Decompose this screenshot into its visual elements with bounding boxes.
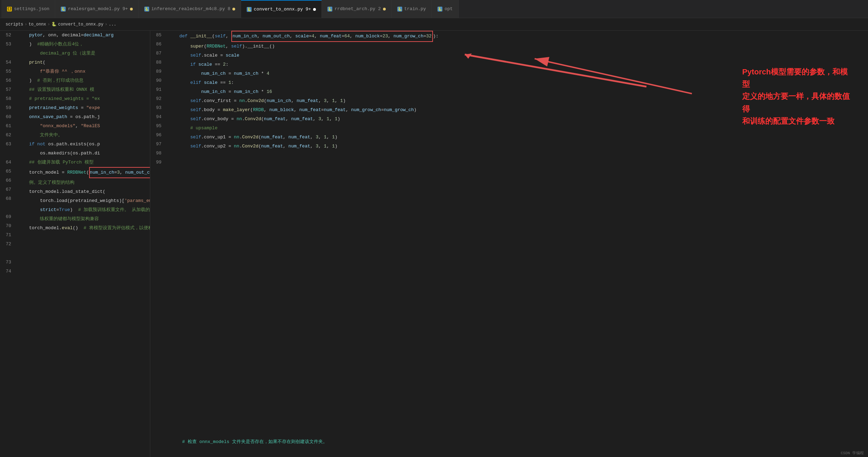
py-icon-inference: 🐍 bbox=[144, 7, 149, 12]
py-icon-convert: 🐍 bbox=[247, 7, 252, 12]
tab-settings[interactable]: {} settings.json bbox=[1, 0, 55, 18]
breadcrumb-ellipsis: ... bbox=[109, 22, 116, 27]
breadcrumb-sep3: › bbox=[105, 22, 107, 27]
editor-right[interactable]: Pytorch模型需要的参数，和模型定义的地方要一样，具体的数值得和训练的配置文… bbox=[150, 31, 868, 457]
left-code-area: 52 53 · 54 55 56 57 58 59 60 61 62 63 · … bbox=[0, 31, 150, 457]
right-line-numbers: 85 86 87 88 89 90 91 92 93 94 95 96 97 9… bbox=[150, 31, 166, 457]
tab-opt-label: opt bbox=[444, 6, 453, 12]
tab-train-label: train.py bbox=[404, 6, 426, 12]
py-icon-realesrgan: 🐍 bbox=[61, 7, 66, 12]
tab-inference-dot bbox=[232, 8, 235, 10]
breadcrumb-scripts: scripts bbox=[6, 22, 23, 27]
tab-convert[interactable]: 🐍 convert_to_onnx.py 9+ bbox=[241, 0, 322, 18]
left-code-content: pytor, onn, decimal=decimal_arg ) #精确到小数… bbox=[15, 31, 150, 457]
breadcrumb-file-icon: 🐍 bbox=[51, 22, 57, 27]
tab-inference-label: inference_realecbsr_m4c8.py 8 bbox=[151, 6, 230, 12]
json-icon: {} bbox=[7, 7, 12, 12]
tab-rrdbnet-label: rrdbnet_arch.py 2 bbox=[334, 6, 381, 12]
tab-realesrgan[interactable]: 🐍 realesrgan_model.py 9+ bbox=[55, 0, 139, 18]
breadcrumb: scripts › to_onnx › 🐍 convert_to_onnx.py… bbox=[0, 18, 868, 31]
breadcrumb-to-onnx: to_onnx bbox=[29, 22, 46, 27]
left-line-numbers: 52 53 · 54 55 56 57 58 59 60 61 62 63 · … bbox=[0, 31, 15, 457]
py-icon-train: 🐍 bbox=[397, 7, 402, 12]
tab-rrdbnet[interactable]: 🐍 rrdbnet_arch.py 2 bbox=[322, 0, 392, 18]
annotation-text: Pytorch模型需要的参数，和模型定义的地方要一样，具体的数值得和训练的配置文… bbox=[742, 66, 854, 127]
annotation-box: Pytorch模型需要的参数，和模型定义的地方要一样，具体的数值得和训练的配置文… bbox=[742, 66, 854, 127]
tab-convert-dot bbox=[313, 8, 316, 11]
tab-realesrgan-dot bbox=[130, 8, 133, 10]
tab-bar: {} settings.json 🐍 realesrgan_model.py 9… bbox=[0, 0, 868, 18]
breadcrumb-filename: convert_to_onnx.py bbox=[58, 22, 103, 27]
tab-settings-label: settings.json bbox=[14, 6, 49, 12]
tab-inference[interactable]: 🐍 inference_realecbsr_m4c8.py 8 bbox=[139, 0, 241, 18]
bottom-bar-text: CSDN 学编程 bbox=[841, 451, 864, 455]
py-icon-rrdbnet: 🐍 bbox=[327, 7, 332, 12]
tab-train[interactable]: 🐍 train.py bbox=[392, 0, 432, 18]
tab-convert-label: convert_to_onnx.py 9+ bbox=[254, 7, 311, 12]
breadcrumb-sep2: › bbox=[48, 22, 50, 27]
tab-realesrgan-label: realesrgan_model.py 9+ bbox=[68, 6, 128, 12]
py-icon-opt: 🐍 bbox=[437, 7, 442, 12]
bottom-bar: CSDN 学编程 bbox=[837, 449, 868, 457]
breadcrumb-sep1: › bbox=[24, 22, 27, 27]
tab-rrdbnet-dot bbox=[383, 8, 386, 10]
editor-container: 52 53 · 54 55 56 57 58 59 60 61 62 63 · … bbox=[0, 31, 868, 457]
editor-left[interactable]: 52 53 · 54 55 56 57 58 59 60 61 62 63 · … bbox=[0, 31, 150, 457]
tab-opt[interactable]: 🐍 opt bbox=[432, 0, 458, 18]
